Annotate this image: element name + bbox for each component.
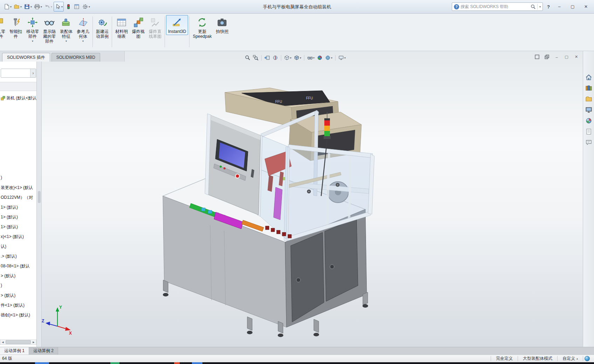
search-input[interactable]: ? 搜索 SOLIDWORKS 帮助 ▾ bbox=[452, 2, 543, 11]
tree-item[interactable]: OD122VM）（对 bbox=[1, 195, 33, 201]
previous-view-icon[interactable] bbox=[264, 54, 271, 62]
taskbar-item[interactable] bbox=[35, 362, 49, 364]
ribbon-button-move-component[interactable]: 移动零 部件 ▾ bbox=[24, 15, 41, 44]
graphics-viewport[interactable]: FFU FFU bbox=[42, 51, 583, 347]
panel-splitter[interactable] bbox=[37, 62, 42, 347]
new-document-icon[interactable]: ▾ bbox=[3, 2, 12, 12]
save-icon[interactable]: ▾ bbox=[23, 2, 33, 12]
tree-item[interactable]: 1> (默认) bbox=[1, 204, 18, 210]
view-orientation-icon[interactable]: ▾ bbox=[283, 54, 292, 62]
scroll-left-icon[interactable]: ◀ bbox=[0, 340, 5, 344]
print-icon[interactable]: ▾ bbox=[33, 2, 43, 12]
file-properties-icon[interactable] bbox=[73, 2, 81, 12]
design-library-icon[interactable] bbox=[585, 84, 593, 92]
tree-horizontal-scrollbar[interactable]: ◀ ▶ bbox=[0, 340, 36, 345]
tree-item[interactable]: > (默认) bbox=[1, 293, 15, 299]
scroll-right-icon[interactable]: ▶ bbox=[31, 340, 36, 344]
status-custom[interactable]: 自定义▴ bbox=[558, 356, 583, 362]
hide-show-dropdown-icon[interactable]: ▾ bbox=[313, 56, 315, 59]
taskbar-item[interactable] bbox=[174, 362, 180, 364]
tree-item[interactable]: 装更改)<1> (默认 bbox=[1, 185, 33, 191]
ribbon-button-new-motion-study[interactable]: 新建运 动算例 bbox=[94, 15, 111, 40]
file-explorer-icon[interactable] bbox=[585, 95, 593, 103]
options-gear-icon[interactable]: ▾ bbox=[81, 2, 91, 12]
status-large-assembly-mode[interactable]: 大型装配体模式 bbox=[518, 356, 557, 362]
ribbon-button-show-hidden-components[interactable]: 显示隐 藏的零 部件 bbox=[41, 15, 58, 45]
search-dropdown-icon[interactable]: ▾ bbox=[539, 5, 541, 8]
tab-solidworks-addins[interactable]: SOLIDWORKS 插件 bbox=[2, 53, 50, 62]
zoom-area-icon[interactable] bbox=[252, 54, 259, 62]
ribbon-button-reference-geometry[interactable]: 参考几 何体 ▾ bbox=[75, 15, 91, 44]
assembly-features-dropdown-icon[interactable]: ▾ bbox=[65, 40, 67, 43]
display-style-dropdown-icon[interactable]: ▾ bbox=[300, 56, 301, 59]
tree-item[interactable]: 件<1> (默认) bbox=[1, 302, 25, 308]
apply-scene-icon[interactable]: ▾ bbox=[324, 54, 333, 62]
view-palette-icon[interactable] bbox=[585, 106, 593, 114]
tree-item[interactable]: 1> (默认) bbox=[1, 214, 18, 220]
ribbon-button-bill-of-materials[interactable]: 材料明 细表 bbox=[113, 15, 130, 40]
tree-item[interactable]: ) bbox=[1, 175, 2, 180]
ribbon-button-exploded-view[interactable]: 爆炸视 图 bbox=[130, 15, 147, 40]
maximize-button[interactable]: ▢ bbox=[567, 2, 578, 11]
zoom-fit-icon[interactable] bbox=[244, 54, 251, 62]
document-icon[interactable] bbox=[585, 128, 593, 135]
section-view-icon[interactable] bbox=[272, 54, 279, 62]
document-minimize-icon[interactable]: – bbox=[552, 54, 561, 60]
view-settings-dropdown-icon[interactable]: ▾ bbox=[344, 56, 346, 59]
view-settings-icon[interactable]: ▾ bbox=[338, 54, 346, 62]
print-dropdown-icon[interactable]: ▾ bbox=[41, 5, 42, 8]
select-dropdown-icon[interactable]: ▾ bbox=[61, 5, 63, 8]
ribbon-button-assembly-features[interactable]: 装配体 特征 ▾ bbox=[58, 15, 75, 44]
tab-motion-study-2[interactable]: 运动算例 2 bbox=[29, 347, 58, 355]
tree-item[interactable]: ) bbox=[1, 283, 2, 288]
flyout-expand-icon[interactable]: › bbox=[30, 69, 36, 77]
reference-geometry-dropdown-icon[interactable]: ▾ bbox=[82, 40, 84, 43]
taskbar-item[interactable] bbox=[110, 362, 119, 364]
tree-item[interactable]: 认) bbox=[1, 244, 6, 250]
ribbon-button-explode-line-sketch[interactable]: 爆炸直 线草图 bbox=[147, 15, 164, 40]
status-custom-dropup-icon[interactable]: ▴ bbox=[576, 357, 578, 360]
apply-scene-dropdown-icon[interactable]: ▾ bbox=[331, 56, 332, 59]
display-style-icon[interactable]: ▾ bbox=[293, 54, 302, 62]
help-button[interactable]: ? bbox=[546, 4, 551, 9]
ribbon-button-update-speedpak[interactable]: 更新 Speedpak bbox=[191, 15, 214, 40]
tree-item[interactable]: > (默认) bbox=[1, 273, 15, 279]
scrollbar-thumb[interactable] bbox=[6, 340, 31, 344]
tree-item[interactable]: 1> (默认) bbox=[1, 224, 18, 230]
undo-dropdown-icon[interactable]: ▾ bbox=[51, 5, 52, 8]
minimize-button[interactable]: – bbox=[554, 2, 565, 11]
ribbon-button-insert-component[interactable]: 插入零 部件 bbox=[0, 15, 7, 40]
search-icon[interactable] bbox=[531, 4, 536, 9]
save-dropdown-icon[interactable]: ▾ bbox=[30, 5, 32, 8]
open-icon[interactable]: ▾ bbox=[13, 2, 22, 12]
home-icon[interactable] bbox=[585, 74, 593, 81]
comments-icon[interactable] bbox=[585, 139, 593, 146]
document-close-icon[interactable]: ✕ bbox=[572, 54, 581, 60]
view-orientation-dropdown-icon[interactable]: ▾ bbox=[290, 56, 291, 59]
open-dropdown-icon[interactable]: ▾ bbox=[20, 5, 22, 8]
appearances-icon[interactable] bbox=[585, 117, 593, 125]
tree-item[interactable]: 08-08<1> (默认 bbox=[1, 263, 30, 269]
ribbon-button-instant3d[interactable]: Instant3D bbox=[166, 15, 188, 35]
edit-appearance-icon[interactable] bbox=[316, 54, 323, 62]
options-dropdown-icon[interactable]: ▾ bbox=[89, 5, 90, 8]
tree-item[interactable]: x)<1> (默认) bbox=[1, 234, 24, 240]
taskbar-item[interactable] bbox=[192, 362, 202, 364]
undo-icon[interactable]: ▾ bbox=[43, 2, 53, 12]
window-tab-icon[interactable] bbox=[543, 54, 551, 60]
rebuild-icon[interactable] bbox=[64, 2, 72, 12]
document-restore-icon[interactable]: ▢ bbox=[562, 54, 571, 60]
ribbon-button-smart-fasteners[interactable]: 智能扣 件 bbox=[7, 15, 24, 40]
close-button[interactable]: ✕ bbox=[581, 2, 591, 11]
move-component-dropdown-icon[interactable]: ▾ bbox=[32, 40, 33, 43]
select-arrow-icon[interactable]: ▾ bbox=[54, 2, 64, 12]
window-float-icon[interactable] bbox=[533, 54, 541, 60]
splitter-grip[interactable] bbox=[38, 191, 41, 203]
tree-item[interactable]: 德创)<1> (默认) bbox=[1, 312, 30, 318]
hide-show-items-icon[interactable]: ▾ bbox=[306, 54, 315, 62]
tab-motion-study-1[interactable]: 运动算例 1 bbox=[0, 347, 29, 355]
status-globe-icon[interactable] bbox=[585, 356, 590, 361]
tree-item[interactable]: .> (默认) bbox=[1, 253, 17, 259]
new-dropdown-icon[interactable]: ▾ bbox=[10, 5, 12, 8]
tree-root-item[interactable]: 装机 (默认<默认 bbox=[1, 95, 36, 101]
